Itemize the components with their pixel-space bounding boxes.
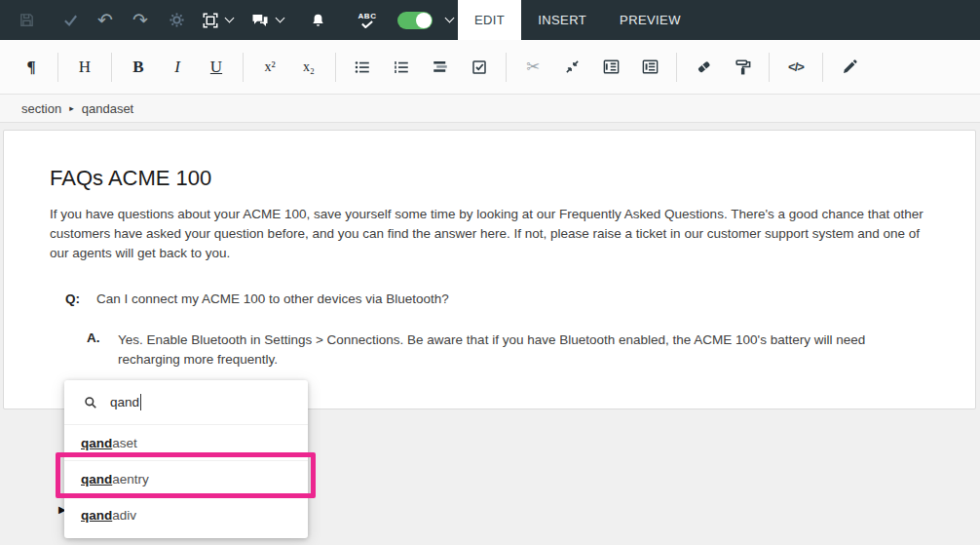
superscript-icon: x² xyxy=(264,59,275,75)
option-qandadiv[interactable]: qandadiv xyxy=(64,496,308,532)
outdent-icon xyxy=(641,58,660,76)
tab-preview[interactable]: PREVIEW xyxy=(603,0,697,40)
paint-roller-icon xyxy=(734,58,752,76)
indent-button[interactable] xyxy=(591,48,630,87)
toolbar-separator xyxy=(676,53,677,82)
eraser-icon xyxy=(695,58,713,76)
format-painter-button[interactable] xyxy=(723,48,762,87)
text-cursor xyxy=(140,394,141,410)
pilcrow-icon: ¶ xyxy=(26,58,35,77)
element-search-input[interactable]: qand xyxy=(64,380,308,424)
bold-icon: B xyxy=(132,58,143,77)
pencil-icon xyxy=(841,58,858,76)
spellcheck-icon: ABC xyxy=(358,13,377,28)
search-input-value: qand xyxy=(110,395,139,409)
bullet-list-button[interactable] xyxy=(343,48,382,87)
subscript-icon: x₂ xyxy=(303,59,315,75)
gear-icon xyxy=(169,12,185,28)
mode-tabs: EDIT INSERT PREVIEW xyxy=(458,0,697,40)
question-label: Q: xyxy=(65,292,96,306)
fit-view-button[interactable] xyxy=(195,0,240,40)
undo-button[interactable]: ↶ xyxy=(88,0,123,40)
code-button[interactable]: </> xyxy=(776,48,815,87)
toolbar-separator xyxy=(769,53,770,82)
comments-button[interactable] xyxy=(240,0,294,40)
search-icon xyxy=(84,396,97,409)
app-window: { "topbar": { "tabs": [ { "label": "EDIT… xyxy=(0,0,980,545)
toolbar-separator xyxy=(57,53,58,82)
breadcrumb-item-section[interactable]: section xyxy=(21,101,61,116)
superscript-button[interactable]: x² xyxy=(250,48,289,87)
edit-pencil-button[interactable] xyxy=(830,48,869,87)
underline-icon: U xyxy=(210,58,222,77)
checkbox-list-button[interactable] xyxy=(460,48,499,87)
checkbox-icon xyxy=(471,58,488,76)
code-icon: </> xyxy=(788,59,804,74)
chevron-down-icon[interactable] xyxy=(225,14,235,23)
intro-paragraph: If you have questions about your ACME 10… xyxy=(50,205,934,263)
scissors-icon: ✂ xyxy=(526,58,540,75)
option-qandaentry[interactable]: qandaentry xyxy=(64,460,308,496)
save-button[interactable] xyxy=(0,0,53,40)
format-toolbar: ¶ H B I U x² x₂ ✂ xyxy=(0,40,980,95)
save-icon xyxy=(19,12,35,28)
notifications-button[interactable] xyxy=(294,0,341,40)
option-qandaset[interactable]: qandaset xyxy=(64,424,308,460)
spellcheck-toggle[interactable] xyxy=(397,12,433,29)
answer-label: A. xyxy=(87,331,118,370)
italic-button[interactable]: I xyxy=(158,48,197,87)
settings-button[interactable] xyxy=(158,0,195,40)
heading-button[interactable]: H xyxy=(65,48,104,87)
toolbar-separator xyxy=(506,53,507,82)
breadcrumb-separator-icon: ▸ xyxy=(69,103,74,113)
breadcrumb-item-qandaset[interactable]: qandaset xyxy=(82,101,134,116)
bullet-list-icon xyxy=(354,58,371,76)
main-toolbar: ↶ ↷ ABC xyxy=(0,0,980,40)
question-row: Q: Can I connect my ACME 100 to other de… xyxy=(65,292,449,306)
numbered-list-icon xyxy=(393,58,410,76)
definition-list-button[interactable] xyxy=(421,48,460,87)
bell-icon xyxy=(310,12,326,29)
numbered-list-button[interactable] xyxy=(382,48,421,87)
chevron-down-icon[interactable] xyxy=(276,14,285,23)
check-icon xyxy=(62,12,79,28)
answer-text: Yes. Enable Bluetooth in Settings > Conn… xyxy=(118,331,876,370)
collapse-button[interactable] xyxy=(552,48,591,87)
definition-list-icon xyxy=(432,58,449,76)
paragraph-mark-button[interactable]: ¶ xyxy=(12,48,51,87)
cut-button[interactable]: ✂ xyxy=(513,48,552,87)
tab-edit[interactable]: EDIT xyxy=(458,0,521,40)
toolbar-separator xyxy=(335,53,336,82)
question-text: Can I connect my ACME 100 to other devic… xyxy=(96,292,449,306)
undo-icon: ↶ xyxy=(97,11,113,29)
collapse-arrows-icon xyxy=(564,58,581,75)
element-autocomplete-popup: qand qandaset qandaentry qandadiv xyxy=(64,380,308,538)
bold-button[interactable]: B xyxy=(119,48,158,87)
eraser-button[interactable] xyxy=(684,48,723,87)
validate-button[interactable] xyxy=(53,0,88,40)
underline-button[interactable]: U xyxy=(197,48,236,87)
redo-icon: ↷ xyxy=(132,11,148,29)
toolbar-separator xyxy=(111,53,112,82)
answer-row: A. Yes. Enable Bluetooth in Settings > C… xyxy=(87,331,876,370)
chevron-down-icon xyxy=(444,14,454,23)
fit-frame-icon xyxy=(202,12,219,29)
italic-icon: I xyxy=(174,58,180,77)
toggle-knob xyxy=(416,13,432,28)
redo-button[interactable]: ↷ xyxy=(123,0,158,40)
spellcheck-button[interactable]: ABC xyxy=(347,0,388,40)
document-editor[interactable]: FAQs ACME 100 If you have questions abou… xyxy=(3,130,976,409)
document-title: FAQs ACME 100 xyxy=(50,166,211,191)
comments-icon xyxy=(250,12,270,29)
breadcrumb: section ▸ qandaset xyxy=(0,95,980,123)
toolbar-separator xyxy=(822,53,823,82)
indent-icon xyxy=(602,58,621,76)
tab-insert[interactable]: INSERT xyxy=(521,0,603,40)
outdent-button[interactable] xyxy=(630,48,669,87)
heading-icon: H xyxy=(79,58,91,77)
subscript-button[interactable]: x₂ xyxy=(289,48,328,87)
toolbar-separator xyxy=(243,53,244,82)
